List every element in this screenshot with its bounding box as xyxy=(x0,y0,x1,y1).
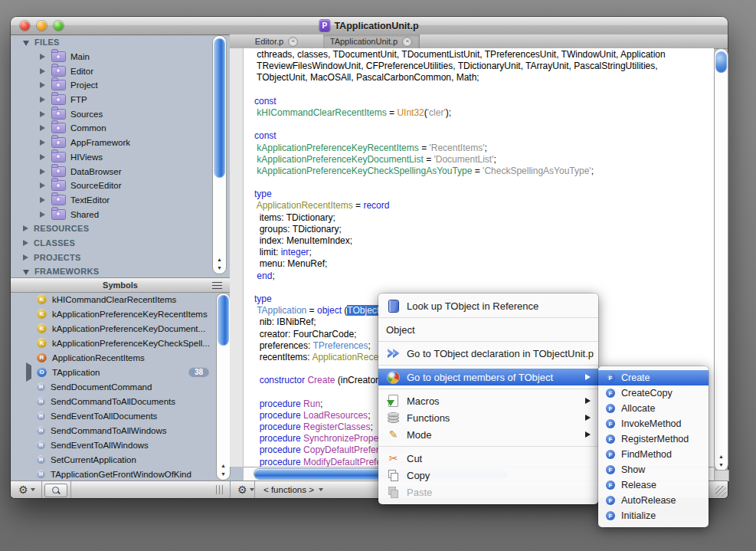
sidebar-section-frameworks[interactable]: FRAMEWORKS xyxy=(11,264,213,279)
disclosure-triangle-icon[interactable] xyxy=(40,139,45,146)
editor-scrollbar-thumb[interactable] xyxy=(715,51,727,73)
sidebar-item-sourceeditor[interactable]: SourceEditor xyxy=(11,179,213,193)
disclosure-triangle-icon[interactable] xyxy=(23,240,28,246)
sidebar-item-shared[interactable]: Shared xyxy=(11,207,213,221)
minimize-window-button[interactable] xyxy=(37,21,47,31)
submenu-item-autorelease[interactable]: AutoRelease xyxy=(598,493,709,508)
menu-item-object[interactable]: Object xyxy=(378,321,598,338)
submenu-item-release[interactable]: Release xyxy=(598,477,709,493)
scroll-up-arrow[interactable]: ▲ xyxy=(221,461,226,470)
symbol-item-tapplication[interactable]: OTApplication38 xyxy=(11,365,217,379)
menu-item-cut[interactable]: Cut xyxy=(378,450,598,467)
sidebar-item-common[interactable]: Common xyxy=(11,121,213,136)
disclosure-triangle-icon[interactable] xyxy=(23,41,29,46)
disclosure-triangle-icon[interactable] xyxy=(40,97,45,103)
symbol-item-sendeventtoalldocuments[interactable]: HSendEventToAllDocuments xyxy=(11,408,217,423)
disclosure-triangle-icon[interactable] xyxy=(40,197,45,203)
scroll-up-arrow[interactable]: ▲ xyxy=(217,255,222,264)
disclosure-triangle-icon[interactable] xyxy=(40,182,45,189)
submenu-item-createcopy[interactable]: CreateCopy xyxy=(598,385,709,401)
sidebar-section-files[interactable]: FILES xyxy=(11,35,213,50)
sidebar-item-sources[interactable]: Sources xyxy=(11,107,213,121)
close-window-button[interactable] xyxy=(20,21,30,31)
sidebar-item-databrowser[interactable]: DataBrowser xyxy=(11,164,213,179)
scroll-down-arrow[interactable]: ▼ xyxy=(217,264,222,272)
submenu-item-allocate[interactable]: Allocate xyxy=(598,401,709,416)
disclosure-triangle-icon[interactable] xyxy=(40,125,45,131)
disclosure-triangle-icon[interactable] xyxy=(40,169,45,175)
scroll-down-arrow[interactable]: ▼ xyxy=(718,461,724,469)
title-bar[interactable]: P TApplicationUnit.p xyxy=(11,17,728,35)
zoom-window-button[interactable] xyxy=(54,21,64,31)
editor-vertical-scrollbar[interactable]: ▲ ▼ xyxy=(714,48,728,471)
search-button[interactable] xyxy=(44,484,67,497)
functions-dropdown[interactable]: < functions > xyxy=(257,483,329,497)
disclosure-triangle-icon[interactable] xyxy=(23,225,28,231)
scroll-down-arrow[interactable]: ▼ xyxy=(221,470,226,478)
sidebar-item-hiviews[interactable]: HIViews xyxy=(11,150,213,165)
sidebar-scrollbar-thumb[interactable] xyxy=(214,38,225,178)
disclosure-triangle-icon[interactable] xyxy=(23,254,28,261)
sidebar-section-classes[interactable]: CLASSES xyxy=(11,236,213,251)
submenu-item-initialize[interactable]: Initialize xyxy=(598,508,709,523)
symbol-item-sendcommandtoalldocuments[interactable]: HSendCommandToAllDocuments xyxy=(11,394,217,408)
disclosure-triangle-icon[interactable] xyxy=(40,111,45,117)
disclosure-triangle-icon[interactable] xyxy=(40,68,45,74)
menu-item-mode[interactable]: Mode xyxy=(378,426,598,443)
symbol-item-kapplicationpreferencekeycheckspell[interactable]: KkApplicationPreferenceKeyCheckSpell... xyxy=(11,336,217,350)
sidebar-item-main[interactable]: Main xyxy=(11,50,213,64)
scroll-up-arrow[interactable]: ▲ xyxy=(718,452,724,461)
disclosure-triangle-icon[interactable] xyxy=(40,82,45,88)
symbol-item-kapplicationpreferencekeydocument[interactable]: KkApplicationPreferenceKeyDocument... xyxy=(11,321,217,336)
symbols-scrollbar-thumb[interactable] xyxy=(218,295,229,346)
hamburger-icon[interactable] xyxy=(212,282,222,289)
symbol-item-applicationrecentitems[interactable]: RApplicationRecentItems xyxy=(11,350,217,365)
symbol-item-khicommandclearrecentitems[interactable]: KkHICommandClearRecentItems xyxy=(11,292,217,307)
submenu-item-invokemethod[interactable]: InvokeMethod xyxy=(598,416,709,431)
symbol-item-sendcommandtoallwindows[interactable]: HSendCommandToAllWindows xyxy=(11,423,217,438)
symbol-item-sendeventtoallwindows[interactable]: HSendEventToAllWindows xyxy=(11,438,217,452)
symbol-item-tapplicationgetfrontwindowofkind[interactable]: HTApplicationGetFrontWindowOfKind xyxy=(11,467,217,481)
sidebar-section-resources[interactable]: RESOURCES xyxy=(11,221,213,236)
submenu-item-registermethod[interactable]: RegisterMethod xyxy=(598,431,709,447)
tab-tapplicationunit-p[interactable]: TApplicationUnit.p× xyxy=(323,34,420,48)
pane-resize-grip[interactable] xyxy=(216,485,224,494)
menu-item-go-to-object-members-of-tobject[interactable]: Go to object members of TObject xyxy=(378,369,598,385)
sidebar-scrollbar[interactable]: ▲ ▼ xyxy=(212,35,227,274)
tab-close-icon[interactable]: × xyxy=(402,37,412,47)
menu-item-functions[interactable]: Functions xyxy=(378,409,598,426)
symbol-item-setcurrentapplication[interactable]: HSetCurrentApplication xyxy=(11,452,217,467)
submenu-item-create[interactable]: Create xyxy=(598,370,709,385)
submenu-item-show[interactable]: Show xyxy=(598,462,709,477)
symbol-item-senddocumentcommand[interactable]: HSendDocumentCommand xyxy=(11,379,217,394)
sidebar-section-projects[interactable]: PROJECTS xyxy=(11,250,213,264)
tab-editor-p[interactable]: Editor.p× xyxy=(230,34,324,48)
sidebar-item-editor[interactable]: Editor xyxy=(11,64,213,78)
submenu-item-label: Initialize xyxy=(621,510,656,521)
code-line: items: TDictionary; xyxy=(254,212,666,224)
disclosure-triangle-icon[interactable] xyxy=(26,362,31,382)
macros-icon xyxy=(388,395,398,407)
disclosure-triangle-icon[interactable] xyxy=(40,154,45,160)
tab-close-icon[interactable]: × xyxy=(288,37,298,47)
symbol-label: kApplicationPreferenceKeyRecentItems xyxy=(52,310,208,319)
submenu-item-findmethod[interactable]: FindMethod xyxy=(598,447,709,462)
disclosure-triangle-icon[interactable] xyxy=(40,212,45,218)
window-resize-grip[interactable] xyxy=(715,486,726,497)
symbol-item-kapplicationpreferencekeyrecentitems[interactable]: KkApplicationPreferenceKeyRecentItems xyxy=(11,307,217,321)
sidebar-item-appframework[interactable]: AppFramework xyxy=(11,136,213,150)
disclosure-triangle-icon[interactable] xyxy=(40,54,45,60)
menu-item-copy[interactable]: Copy xyxy=(378,467,598,484)
menu-item-go-to-tobject-declaration-in-tobjectunit-p[interactable]: Go to TObject declaration in TObjectUnit… xyxy=(378,345,598,362)
symbols-panel-header[interactable]: Symbols xyxy=(11,277,230,293)
sidebar-item-ftp[interactable]: FTP xyxy=(11,93,213,107)
disclosure-triangle-icon[interactable] xyxy=(23,270,29,275)
menu-separator xyxy=(378,446,598,447)
menu-item-look-up-tobject-in-reference[interactable]: Look up TObject in Reference xyxy=(378,297,598,314)
sidebar-item-texteditor[interactable]: TextEditor xyxy=(11,193,213,208)
sidebar-item-project[interactable]: Project xyxy=(11,78,213,93)
symbol-kind-icon: K xyxy=(37,323,47,333)
symbols-scrollbar[interactable]: ▲ ▼ xyxy=(216,293,231,480)
sidebar-gear-button[interactable] xyxy=(14,483,40,496)
menu-item-macros[interactable]: Macros xyxy=(378,392,598,409)
